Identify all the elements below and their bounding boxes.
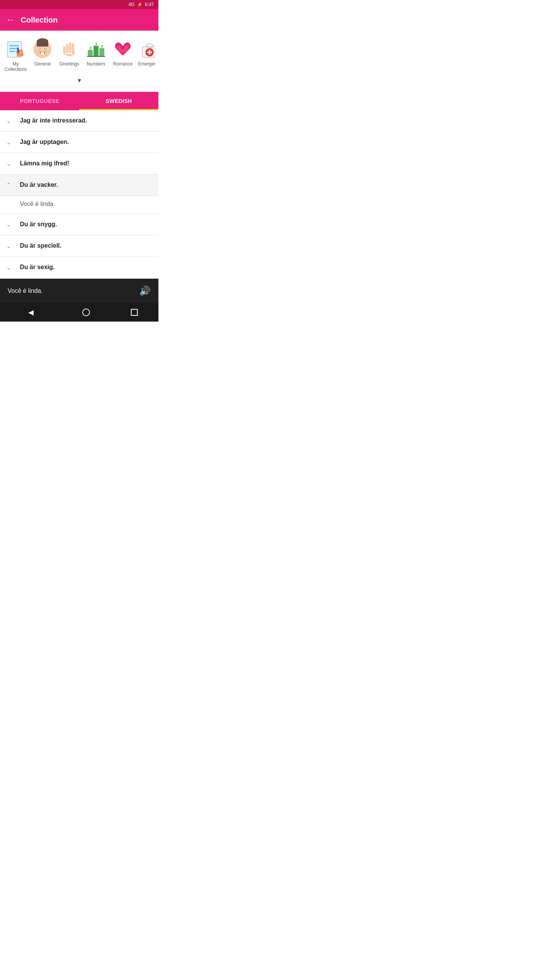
svg-rect-20 <box>66 44 68 53</box>
romance-icon <box>112 38 134 60</box>
expand-categories-button[interactable]: ▾ <box>3 74 155 88</box>
phrase-text-1: Jag är inte intresserad. <box>20 117 87 124</box>
svg-text:1: 1 <box>95 41 98 46</box>
svg-rect-9 <box>37 42 48 47</box>
svg-point-17 <box>45 50 46 51</box>
svg-rect-35 <box>147 51 152 53</box>
chevron-icon-4: ⌃ <box>6 181 14 189</box>
chevron-icon-7: ⌄ <box>6 264 14 271</box>
chevron-icon-6: ⌄ <box>6 242 14 250</box>
category-greetings[interactable]: Greetings <box>57 37 82 74</box>
my-collections-icon <box>5 38 26 60</box>
battery-icon: ⚡ <box>137 2 143 7</box>
phrase-text-5: Du är snygg. <box>20 221 57 228</box>
category-label-romance: Romance <box>113 61 132 67</box>
chevron-icon-1: ⌄ <box>6 117 14 124</box>
category-my-collections[interactable]: My Collections <box>3 37 28 74</box>
tab-swedish[interactable]: SWEDISH <box>79 92 158 110</box>
greetings-icon <box>59 38 80 60</box>
category-label-general: General <box>34 61 51 67</box>
nav-home-button[interactable] <box>82 309 90 316</box>
svg-rect-26 <box>94 46 99 56</box>
general-icon <box>32 38 53 60</box>
svg-rect-28 <box>99 48 104 57</box>
chevron-icon-3: ⌄ <box>6 160 14 167</box>
page-title: Collection <box>21 16 58 24</box>
svg-point-13 <box>44 47 46 49</box>
volume-button[interactable]: 🔊 <box>139 286 151 296</box>
tab-portuguese[interactable]: PORTUGUESE <box>0 92 79 110</box>
system-nav-bar: ◀ <box>0 303 158 322</box>
phrase-text-4: Du är vacker. <box>20 181 58 188</box>
svg-rect-24 <box>88 50 93 56</box>
chevron-down-icon: ▾ <box>78 76 81 85</box>
svg-point-15 <box>40 51 41 52</box>
category-numbers[interactable]: 2 1 3 Numbers <box>83 37 109 74</box>
phrase-row-8[interactable]: ⌄ Du är charmiga. <box>0 278 158 279</box>
status-bar: 4G ⚡ 6:47 <box>0 0 158 9</box>
phrase-row-6[interactable]: ⌄ Du är speciell. <box>0 235 158 257</box>
category-general[interactable]: General <box>30 37 55 74</box>
phrase-row-1[interactable]: ⌄ Jag är inte intresserad. <box>0 110 158 132</box>
translation-row-4: Você é linda. <box>0 196 158 214</box>
category-emergency[interactable]: Emergency <box>137 37 155 74</box>
chevron-icon-5: ⌄ <box>6 221 14 228</box>
phrase-text-7: Du är sexig. <box>20 264 55 271</box>
svg-rect-22 <box>72 43 74 53</box>
playback-bar: Você é linda. 🔊 <box>0 279 158 303</box>
category-label-emergency: Emergency <box>138 61 155 67</box>
chevron-icon-2: ⌄ <box>6 139 14 146</box>
time-label: 6:47 <box>145 2 154 7</box>
category-romance[interactable]: Romance <box>110 37 135 74</box>
svg-text:3: 3 <box>101 44 103 48</box>
svg-point-16 <box>44 51 45 52</box>
svg-point-12 <box>39 47 41 49</box>
category-label-my-collections: My Collections <box>5 61 27 72</box>
phrase-text-2: Jag är upptagen. <box>20 139 69 145</box>
translation-text-4: Você é linda. <box>20 201 55 207</box>
phrase-row-3[interactable]: ⌄ Lämna mig ifred! <box>0 153 158 175</box>
phrase-row-7[interactable]: ⌄ Du är sexig. <box>0 257 158 278</box>
category-label-numbers: Numbers <box>87 61 106 67</box>
phrase-text-3: Lämna mig ifred! <box>20 160 69 167</box>
tab-bar: PORTUGUESE SWEDISH <box>0 92 158 110</box>
playback-text: Você é linda. <box>8 287 43 294</box>
category-label-greetings: Greetings <box>59 61 79 67</box>
network-label: 4G <box>129 2 135 7</box>
svg-rect-21 <box>69 42 71 53</box>
phrase-row-4[interactable]: ⌃ Du är vacker. <box>0 175 158 196</box>
phrase-row-2[interactable]: ⌄ Jag är upptagen. <box>0 132 158 153</box>
phrase-list: ⌄ Jag är inte intresserad. ⌄ Jag är uppt… <box>0 110 158 279</box>
phrase-row-5[interactable]: ⌄ Du är snygg. <box>0 214 158 235</box>
svg-point-14 <box>39 50 40 51</box>
phrase-text-6: Du är speciell. <box>20 242 62 249</box>
emergency-icon <box>139 38 155 60</box>
numbers-icon: 2 1 3 <box>85 38 107 60</box>
category-section: My Collections <box>0 31 158 92</box>
svg-text:2: 2 <box>90 46 91 50</box>
nav-back-button[interactable]: ◀ <box>21 305 41 320</box>
back-button[interactable]: ← <box>6 15 15 25</box>
nav-recent-button[interactable] <box>131 309 138 316</box>
app-bar: ← Collection <box>0 9 158 31</box>
category-scroll: My Collections <box>3 37 155 74</box>
